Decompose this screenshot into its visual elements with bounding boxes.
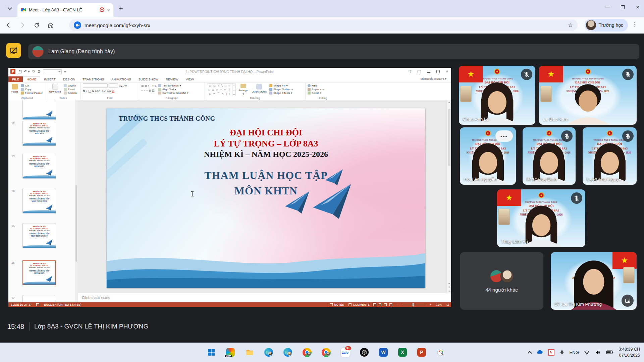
ppt-ribbon-options-icon[interactable] <box>418 70 421 73</box>
notes-toggle[interactable]: NOTES <box>327 302 346 307</box>
wifi-icon[interactable] <box>584 349 590 356</box>
font-size-select[interactable] <box>109 83 118 88</box>
paint-icon[interactable] <box>434 345 448 359</box>
shrink-font-icon[interactable]: A▾ <box>123 84 127 87</box>
tab-close-icon[interactable]: × <box>107 7 110 12</box>
text-direction-button[interactable]: Text Direction ▾ <box>158 84 189 87</box>
tile-options-icon[interactable]: ••• <box>495 130 513 142</box>
tab-review[interactable]: REVIEW <box>162 76 182 82</box>
notes-pane[interactable]: Click to add notes <box>78 293 451 302</box>
slide-thumbnail[interactable]: ĐẠI HỘI CHI ĐỘI LÝ TỰ TRỌNG – LỚP 8A3 NH… <box>22 121 56 146</box>
shapes-gallery[interactable]: ▭ ▭ ╲ ╲ □ ○□ △ ◇ ⬿ ⇦ ⇩◻ ✂ ⌒ ∿ ( ) <box>207 83 232 96</box>
address-bar[interactable]: meet.google.com/igf-xxyh-srx ☆ <box>69 19 578 31</box>
slideshow-view-icon[interactable] <box>388 302 393 307</box>
slide-thumbnail[interactable]: ĐẠI HỘI CHI ĐỘI LÝ TỰ TRỌNG – LỚP 8A3 NH… <box>22 224 56 248</box>
slide-thumbnail-selected[interactable]: ĐẠI HỘI CHI ĐỘI LÝ TỰ TRỌNG – LỚP 8A3 NH… <box>22 260 56 285</box>
smartart-button[interactable]: Convert to SmartArt ▾ <box>158 92 189 95</box>
ppt-minimize-icon[interactable] <box>427 72 430 73</box>
chrome-browser-icon-2[interactable] <box>319 345 333 359</box>
section-button[interactable]: Section <box>64 92 77 95</box>
forward-icon[interactable] <box>17 19 28 31</box>
panel-scrollbar[interactable] <box>75 100 77 302</box>
bookmark-star-icon[interactable]: ☆ <box>568 22 573 29</box>
copy-button[interactable]: Copy <box>21 88 43 91</box>
browser-profile-chip[interactable]: Trường học <box>585 19 628 32</box>
edge-browser-icon-2[interactable] <box>281 345 295 359</box>
format-painter-button[interactable]: Format Painter <box>21 92 43 95</box>
new-tab-button[interactable]: + <box>119 4 123 13</box>
grow-font-icon[interactable]: A▴ <box>119 84 122 87</box>
slide-thumbnail[interactable] <box>22 296 56 302</box>
window-close-icon[interactable]: × <box>636 4 639 10</box>
tab-slideshow[interactable]: SLIDE SHOW <box>135 76 162 82</box>
shape-outline-button[interactable]: Shape Outline ▾ <box>269 88 293 91</box>
tab-transitions[interactable]: TRANSITIONS <box>79 76 108 82</box>
unikey-icon[interactable]: V <box>548 349 554 356</box>
tab-view[interactable]: VIEW <box>182 76 198 82</box>
underline-icon[interactable]: U <box>89 89 91 93</box>
normal-view-icon[interactable] <box>372 302 377 307</box>
participant-tile[interactable]: ★ TRƯỜNG THCS THÀNH CÔNGĐẠI HỘI CHI ĐỘIL… <box>539 66 637 125</box>
slide-thumbnail[interactable]: ĐẠI HỘI CHI ĐỘI LÝ TỰ TRỌNG – LỚP 8A3 NH… <box>22 154 56 179</box>
presenter-banner[interactable]: Lam Giang (Đang trình bày) <box>28 44 639 59</box>
participant-tile[interactable]: ★ TRƯỜNG THCS THÀNH CÔNGĐẠI HỘI CHI ĐỘIL… <box>459 66 535 125</box>
taskbar-clock[interactable]: 3:48:39 CH 07/10/2025 <box>619 346 640 358</box>
fit-slide-icon[interactable]: ⊡ <box>444 302 451 307</box>
shape-effects-button[interactable]: Shape Effects ▾ <box>269 92 293 95</box>
tab-file[interactable]: FILE <box>8 76 23 82</box>
zoom-level[interactable]: 72% <box>434 302 444 307</box>
layout-button[interactable]: Layout <box>64 84 77 87</box>
slide-thumbnail[interactable]: ĐẠI HỘI CHI ĐỘI LÝ TỰ TRỌNG – LỚP 8A3 NH… <box>22 189 56 214</box>
tab-design[interactable]: DESIGN <box>59 76 79 82</box>
picture-in-picture-icon[interactable] <box>622 295 634 307</box>
tab-animations[interactable]: ANIMATIONS <box>108 76 135 82</box>
browser-tab[interactable]: Meet - Lớp 8A3 - GVCN LÊ × <box>17 3 113 17</box>
ppt-help-icon[interactable]: ? <box>410 70 412 73</box>
reload-icon[interactable] <box>31 19 42 31</box>
word-icon[interactable]: W <box>376 345 390 359</box>
font-color-icon[interactable]: A <box>112 89 114 93</box>
chatgpt-icon[interactable] <box>357 345 371 359</box>
align-buttons[interactable]: ≡ ≡ ≡ ≣ ▤ <box>141 89 157 92</box>
align-text-button[interactable]: Align Text ▾ <box>158 88 189 91</box>
select-button[interactable]: Select ▾ <box>308 92 324 95</box>
change-case-icon[interactable]: Aa <box>107 89 111 93</box>
home-icon[interactable] <box>45 19 56 31</box>
tray-chevron-icon[interactable] <box>528 350 531 355</box>
list-buttons[interactable]: ☰ ☰ ⇤ ⇥ ⇅ <box>141 84 157 87</box>
canvas-scrollbar[interactable]: ▲ ▲▼▼ <box>447 100 451 293</box>
char-spacing-icon[interactable]: AV <box>102 89 106 93</box>
excel-icon[interactable]: X <box>395 345 410 359</box>
onedrive-icon[interactable] <box>536 349 543 356</box>
tab-list-chevron-icon[interactable] <box>5 4 14 13</box>
replace-button[interactable]: Replace ▾ <box>308 88 324 91</box>
participant-tile[interactable]: ★ TRƯỜNG THCS THÀNH CÔNGĐẠI HỘI CHI ĐỘIL… <box>497 189 585 247</box>
font-name-select[interactable] <box>83 83 108 88</box>
volume-icon[interactable] <box>595 349 601 356</box>
ppt-restore-icon[interactable] <box>436 70 440 73</box>
back-icon[interactable] <box>3 19 14 31</box>
ms-account-label[interactable]: Microsoft account ▾ <box>420 77 446 80</box>
paste-button[interactable]: Paste <box>10 83 19 96</box>
bold-icon[interactable]: B <box>83 89 85 93</box>
tray-mic-icon[interactable] <box>559 350 565 355</box>
quick-styles-button[interactable]: Quick Styles <box>251 83 267 96</box>
spellcheck-icon[interactable] <box>34 302 42 307</box>
shape-fill-button[interactable]: Shape Fill ▾ <box>269 84 293 87</box>
reset-button[interactable]: Reset <box>64 88 77 91</box>
language-indicator[interactable]: ENGLISH (UNITED STATES) <box>42 302 84 307</box>
edge-browser-icon[interactable] <box>262 345 276 359</box>
copilot-m365-icon[interactable]: M365 <box>223 345 237 359</box>
shapes-gallery-scroll[interactable]: ▴▾▾ <box>232 83 236 96</box>
file-explorer-icon[interactable] <box>243 345 257 359</box>
italic-icon[interactable]: I <box>86 89 87 93</box>
slide-canvas[interactable]: TRƯỜNG THCS THÀNH CÔNG ĐẠI HỘI CHI ĐỘI L… <box>78 100 451 293</box>
start-button[interactable] <box>204 345 218 359</box>
powerpoint-icon[interactable]: P <box>415 345 429 359</box>
slide-thumbnail-partial[interactable] <box>22 100 56 120</box>
language-indicator[interactable]: ENG <box>570 350 579 355</box>
browser-menu-icon[interactable]: ⋮ <box>632 21 638 28</box>
battery-icon[interactable] <box>606 348 614 356</box>
zalo-icon[interactable]: Zalo5+ <box>338 345 352 359</box>
new-slide-button[interactable]: New Slide <box>48 83 62 96</box>
